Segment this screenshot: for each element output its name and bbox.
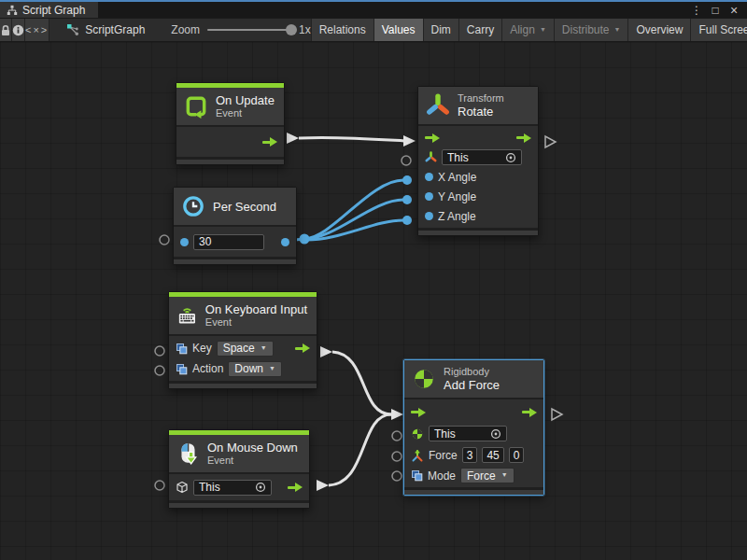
flow-in-port[interactable] <box>411 408 426 417</box>
enum-icon <box>411 469 423 482</box>
zoom-label: Zoom <box>171 23 200 36</box>
code-icon: <×> <box>25 24 49 35</box>
close-icon[interactable]: × <box>726 3 741 18</box>
value-in-port[interactable] <box>425 192 433 201</box>
value-port-addforce-force[interactable] <box>392 452 402 461</box>
node-add-force[interactable]: Rigidbody Add Force Thi <box>403 359 544 496</box>
this-value: This <box>447 151 469 164</box>
node-subtitle: Event <box>207 455 298 467</box>
value-in-port[interactable] <box>425 212 433 220</box>
force-y-value: 45 <box>486 449 499 462</box>
node-category: Transform <box>458 92 504 105</box>
loop-icon <box>184 94 208 119</box>
this-field[interactable]: This <box>429 426 507 441</box>
wire-update-rotate[interactable] <box>299 137 404 141</box>
relations-button[interactable]: Relations <box>311 19 374 41</box>
node-subtitle: Event <box>205 316 307 329</box>
zoom-slider-handle[interactable] <box>286 24 297 35</box>
value-in-port[interactable] <box>425 173 433 181</box>
flow-out-port[interactable] <box>262 137 277 147</box>
value-port-key[interactable] <box>155 346 164 356</box>
overview-button[interactable]: Overview <box>627 19 690 41</box>
port-label: Z Angle <box>438 210 476 223</box>
node-mouse-down[interactable]: On Mouse Down Event This <box>168 429 310 509</box>
graph-name[interactable]: ScriptGraph <box>66 19 145 41</box>
key-dropdown[interactable]: Space <box>217 341 274 357</box>
value-out-port[interactable] <box>281 238 289 246</box>
info-button[interactable] <box>12 19 25 41</box>
node-header: Transform Rotate <box>418 87 538 126</box>
value-port-addforce-this[interactable] <box>392 431 402 441</box>
value-port-addforce-mode[interactable] <box>392 471 402 481</box>
transform-mini-icon <box>425 151 437 163</box>
graph-canvas[interactable]: On Update Event Tran <box>0 42 747 560</box>
wire-start-triangle[interactable] <box>287 133 299 144</box>
node-category: Rigidbody <box>444 366 500 378</box>
zoom-slider[interactable] <box>207 29 291 31</box>
flow-port-rotate-out[interactable] <box>545 136 556 147</box>
flow-out-port[interactable] <box>288 483 303 492</box>
target-icon[interactable] <box>255 482 266 493</box>
value-port-persecond[interactable] <box>160 235 169 245</box>
value-port-mouse-this[interactable] <box>155 481 164 490</box>
rigidbody-icon <box>412 367 436 391</box>
wire-keyboard-addforce[interactable] <box>332 352 391 414</box>
wire-persecond-yangle[interactable] <box>304 200 403 239</box>
mode-dropdown[interactable]: Force <box>460 468 514 483</box>
action-value: Down <box>234 362 263 375</box>
tab-script-graph[interactable]: Script Graph <box>0 2 98 18</box>
force-z-value: 0 <box>514 449 520 462</box>
dim-button[interactable]: Dim <box>423 19 458 41</box>
wire-mouse-addforce[interactable] <box>329 414 391 485</box>
node-footer <box>404 487 543 495</box>
value-port-action[interactable] <box>155 366 164 375</box>
this-field[interactable]: This <box>442 149 522 165</box>
force-y-input[interactable]: 45 <box>482 447 503 463</box>
wire-persecond-xangle[interactable] <box>304 180 403 239</box>
maximize-icon[interactable]: □ <box>708 4 723 17</box>
fullscreen-button[interactable]: Full Screen <box>690 19 747 41</box>
wire-start-triangle[interactable] <box>317 480 329 491</box>
node-per-second[interactable]: Per Second 30 <box>173 187 297 265</box>
this-field[interactable]: This <box>193 480 272 496</box>
flow-port-addforce-out[interactable] <box>552 409 562 420</box>
node-subtitle: Event <box>216 107 275 119</box>
flow-in-port[interactable] <box>425 133 440 143</box>
node-keyboard-input[interactable]: On Keyboard Input Event Key Space <box>168 291 317 389</box>
node-title: On Keyboard Input <box>205 302 307 316</box>
node-footer <box>176 157 284 164</box>
node-header: On Keyboard Input Event <box>169 297 317 336</box>
menu-icon[interactable]: ⋮ <box>689 4 704 17</box>
carry-button[interactable]: Carry <box>458 19 501 41</box>
values-button[interactable]: Values <box>374 19 423 41</box>
node-rotate[interactable]: Transform Rotate This <box>417 86 539 236</box>
value-port-rotate-this[interactable] <box>402 156 411 165</box>
target-icon[interactable] <box>490 428 501 440</box>
flow-out-port[interactable] <box>522 408 537 417</box>
port-label: Y Angle <box>438 190 476 203</box>
wire-junction-dot[interactable] <box>300 234 310 245</box>
lock-icon <box>0 24 11 36</box>
flow-out-port[interactable] <box>295 343 310 353</box>
node-on-update[interactable]: On Update Event <box>176 82 285 165</box>
align-label: Align <box>510 23 535 36</box>
distribute-label: Distribute <box>562 23 610 36</box>
graph-hierarchy-icon <box>7 5 18 16</box>
wire-arrowhead <box>403 135 416 147</box>
flow-out-port[interactable] <box>516 133 531 143</box>
code-view-button[interactable]: <×> <box>25 19 49 41</box>
force-x-input[interactable]: 3 <box>462 447 478 463</box>
wire-start-triangle[interactable] <box>320 346 332 357</box>
action-dropdown[interactable]: Down <box>228 361 282 377</box>
node-footer <box>169 500 309 508</box>
force-z-input[interactable]: 0 <box>509 447 525 463</box>
distribute-dropdown[interactable]: Distribute <box>554 19 628 41</box>
window-controls: ⋮ □ × <box>689 2 747 18</box>
wire-persecond-zangle[interactable] <box>304 220 403 240</box>
wire-arrowhead <box>391 409 403 420</box>
align-dropdown[interactable]: Align <box>501 19 554 41</box>
target-icon[interactable] <box>505 152 516 163</box>
value-in-port[interactable] <box>180 238 189 246</box>
per-second-input[interactable]: 30 <box>193 234 264 250</box>
lock-button[interactable] <box>0 19 12 41</box>
